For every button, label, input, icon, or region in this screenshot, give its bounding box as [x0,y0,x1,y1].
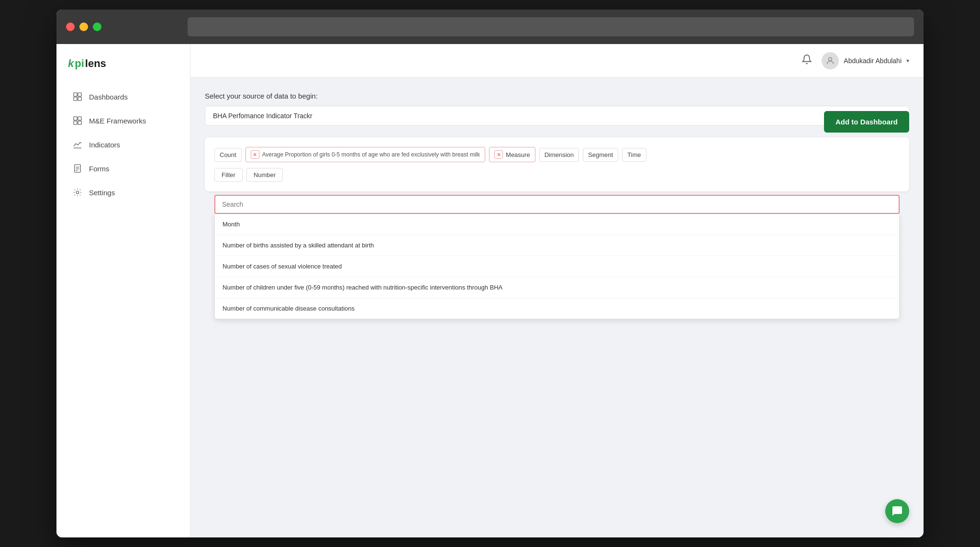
dimension-chip[interactable]: Dimension [539,148,579,162]
list-item[interactable]: Number of births assisted by a skilled a… [215,235,899,256]
svg-rect-3 [78,97,81,100]
list-item[interactable]: Month [215,214,899,235]
sidebar-item-me-frameworks[interactable]: M&E Frameworks [61,109,185,132]
page-content: Select your source of data to begin: BHA… [190,78,924,537]
grid-icon [73,92,82,101]
sidebar-item-settings[interactable]: Settings [61,181,185,204]
data-source-label: Select your source of data to begin: [205,92,909,100]
user-info[interactable]: Abdukadir Abdulahi ▾ [822,52,909,69]
svg-rect-2 [74,97,77,100]
chevron-down-icon: ▾ [906,57,909,64]
document-icon [73,164,82,173]
dropdown-list: Month Number of births assisted by a ski… [214,214,900,319]
titlebar [56,10,924,44]
search-input[interactable] [215,196,899,213]
chart-icon [73,140,82,149]
indicator-label: Average Proportion of girls 0-5 months o… [262,151,480,158]
sidebar-item-label: M&E Frameworks [89,117,146,125]
svg-rect-6 [74,121,77,124]
data-source-select[interactable]: BHA Perfomance Indicator Trackr ▾ [205,106,909,126]
svg-rect-9 [75,165,81,172]
main-window: kpilens Dashboards [56,10,924,537]
measure-label: Measure [506,151,530,158]
logo: kpilens [56,44,190,79]
number-btn[interactable]: Number [246,168,283,182]
svg-point-13 [76,191,78,193]
grid2-icon [73,116,82,125]
sidebar-item-label: Indicators [89,141,120,149]
count-chip[interactable]: Count [214,148,242,162]
sidebar-item-dashboards[interactable]: Dashboards [61,85,185,108]
svg-rect-5 [78,117,81,120]
main-layout: kpilens Dashboards [56,44,924,537]
avatar [822,52,839,69]
traffic-lights [66,22,101,31]
data-source-section: Select your source of data to begin: BHA… [205,92,909,126]
sidebar-item-label: Forms [89,165,110,173]
maximize-button[interactable] [93,22,101,31]
dropdown-wrapper: Month Number of births assisted by a ski… [214,195,900,319]
top-header: Abdukadir Abdulahi ▾ [190,44,924,78]
svg-rect-1 [78,93,81,96]
query-toolbar: Count ✕ Average Proportion of girls 0-5 … [214,147,900,162]
data-source-value: BHA Perfomance Indicator Trackr [213,112,312,120]
chat-bubble[interactable] [885,499,909,523]
minimize-button[interactable] [79,22,88,31]
main-content: Abdukadir Abdulahi ▾ Select your source … [190,44,924,537]
svg-rect-7 [78,121,81,124]
svg-rect-4 [74,117,77,120]
query-card: Count ✕ Average Proportion of girls 0-5 … [205,137,909,191]
header-right: Abdukadir Abdulahi ▾ [802,52,909,69]
sidebar-item-label: Dashboards [89,93,128,101]
sidebar: kpilens Dashboards [56,44,190,537]
time-label: Time [627,151,641,158]
list-item[interactable]: Number of communicable disease consultat… [215,298,899,319]
sidebar-item-label: Settings [89,189,115,197]
indicator-chip[interactable]: ✕ Average Proportion of girls 0-5 months… [245,147,485,162]
dimension-label: Dimension [545,151,574,158]
list-item[interactable]: Number of children under five (0-59 mont… [215,277,899,298]
close-button[interactable] [66,22,75,31]
list-item[interactable]: Number of cases of sexual violence treat… [215,256,899,277]
notification-bell[interactable] [802,54,812,67]
time-chip[interactable]: Time [622,148,646,162]
count-label: Count [220,151,236,158]
sidebar-nav: Dashboards M&E Frameworks [56,79,190,210]
sidebar-item-forms[interactable]: Forms [61,157,185,180]
address-bar[interactable] [188,17,914,36]
gear-icon [73,188,82,197]
filter-btn[interactable]: Filter [214,168,243,182]
sidebar-item-indicators[interactable]: Indicators [61,133,185,156]
measure-chip[interactable]: ✕ Measure [489,147,535,162]
svg-rect-0 [74,93,77,96]
logo-k: k [68,57,74,70]
measure-remove-btn[interactable]: ✕ [494,150,503,159]
search-wrapper [214,195,900,214]
add-to-dashboard-button[interactable]: Add to Dashboard [824,111,909,133]
logo-pi: pi [75,57,84,70]
segment-chip[interactable]: Segment [583,148,618,162]
segment-label: Segment [588,151,613,158]
user-name: Abdukadir Abdulahi [844,57,902,65]
query-row2: Filter Number [214,168,900,182]
indicator-remove-btn[interactable]: ✕ [251,150,259,159]
logo-lens: lens [85,57,106,70]
svg-point-14 [829,57,832,61]
